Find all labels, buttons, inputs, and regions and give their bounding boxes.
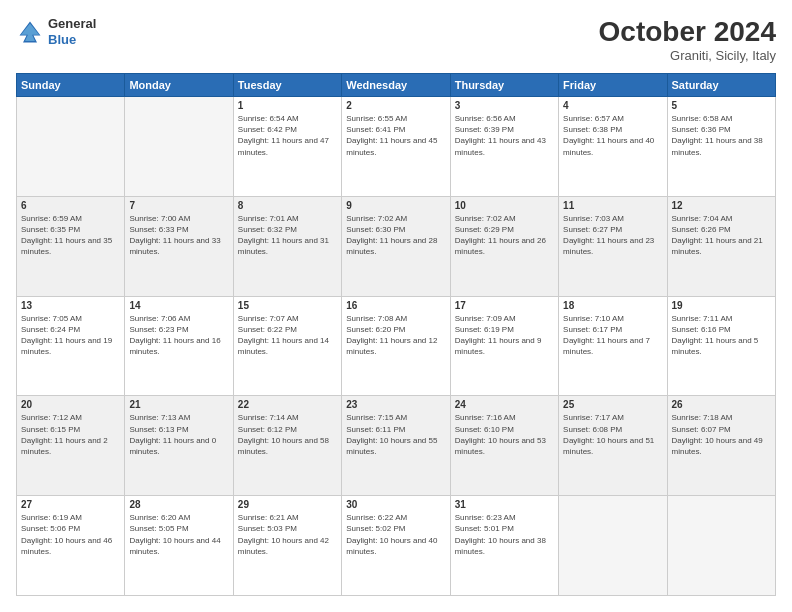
day-number: 26 (672, 399, 771, 410)
col-monday: Monday (125, 74, 233, 97)
title-block: October 2024 Graniti, Sicily, Italy (599, 16, 776, 63)
daylight-text: Daylight: 11 hours and 43 minutes. (455, 135, 554, 157)
calendar-week-row: 20 Sunrise: 7:12 AM Sunset: 6:15 PM Dayl… (17, 396, 776, 496)
daylight-text: Daylight: 11 hours and 35 minutes. (21, 235, 120, 257)
sunset-text: Sunset: 6:23 PM (129, 324, 228, 335)
sunset-text: Sunset: 6:13 PM (129, 424, 228, 435)
day-number: 16 (346, 300, 445, 311)
day-info: Sunrise: 6:58 AM Sunset: 6:36 PM Dayligh… (672, 113, 771, 158)
sunset-text: Sunset: 5:05 PM (129, 523, 228, 534)
day-info: Sunrise: 6:59 AM Sunset: 6:35 PM Dayligh… (21, 213, 120, 258)
day-number: 9 (346, 200, 445, 211)
daylight-text: Daylight: 11 hours and 21 minutes. (672, 235, 771, 257)
sunset-text: Sunset: 6:32 PM (238, 224, 337, 235)
col-wednesday: Wednesday (342, 74, 450, 97)
daylight-text: Daylight: 11 hours and 23 minutes. (563, 235, 662, 257)
day-info: Sunrise: 7:18 AM Sunset: 6:07 PM Dayligh… (672, 412, 771, 457)
day-info: Sunrise: 7:10 AM Sunset: 6:17 PM Dayligh… (563, 313, 662, 358)
daylight-text: Daylight: 11 hours and 26 minutes. (455, 235, 554, 257)
sunrise-text: Sunrise: 7:02 AM (346, 213, 445, 224)
sunset-text: Sunset: 6:42 PM (238, 124, 337, 135)
day-info: Sunrise: 7:12 AM Sunset: 6:15 PM Dayligh… (21, 412, 120, 457)
day-info: Sunrise: 7:03 AM Sunset: 6:27 PM Dayligh… (563, 213, 662, 258)
table-row: 24 Sunrise: 7:16 AM Sunset: 6:10 PM Dayl… (450, 396, 558, 496)
sunrise-text: Sunrise: 7:09 AM (455, 313, 554, 324)
daylight-text: Daylight: 11 hours and 45 minutes. (346, 135, 445, 157)
sunrise-text: Sunrise: 6:55 AM (346, 113, 445, 124)
logo-general: General (48, 16, 96, 32)
calendar-week-row: 13 Sunrise: 7:05 AM Sunset: 6:24 PM Dayl… (17, 296, 776, 396)
calendar-table: Sunday Monday Tuesday Wednesday Thursday… (16, 73, 776, 596)
table-row: 9 Sunrise: 7:02 AM Sunset: 6:30 PM Dayli… (342, 196, 450, 296)
sunrise-text: Sunrise: 6:57 AM (563, 113, 662, 124)
table-row: 17 Sunrise: 7:09 AM Sunset: 6:19 PM Dayl… (450, 296, 558, 396)
table-row (125, 97, 233, 197)
day-info: Sunrise: 7:09 AM Sunset: 6:19 PM Dayligh… (455, 313, 554, 358)
sunset-text: Sunset: 5:02 PM (346, 523, 445, 534)
table-row: 23 Sunrise: 7:15 AM Sunset: 6:11 PM Dayl… (342, 396, 450, 496)
sunset-text: Sunset: 6:36 PM (672, 124, 771, 135)
sunrise-text: Sunrise: 6:59 AM (21, 213, 120, 224)
table-row: 29 Sunrise: 6:21 AM Sunset: 5:03 PM Dayl… (233, 496, 341, 596)
logo-icon (16, 18, 44, 46)
table-row: 15 Sunrise: 7:07 AM Sunset: 6:22 PM Dayl… (233, 296, 341, 396)
sunset-text: Sunset: 6:15 PM (21, 424, 120, 435)
sunrise-text: Sunrise: 6:54 AM (238, 113, 337, 124)
page: General Blue October 2024 Graniti, Sicil… (0, 0, 792, 612)
sunset-text: Sunset: 6:24 PM (21, 324, 120, 335)
sunrise-text: Sunrise: 6:56 AM (455, 113, 554, 124)
day-info: Sunrise: 6:23 AM Sunset: 5:01 PM Dayligh… (455, 512, 554, 557)
table-row: 8 Sunrise: 7:01 AM Sunset: 6:32 PM Dayli… (233, 196, 341, 296)
sunset-text: Sunset: 6:12 PM (238, 424, 337, 435)
daylight-text: Daylight: 11 hours and 7 minutes. (563, 335, 662, 357)
sunrise-text: Sunrise: 6:19 AM (21, 512, 120, 523)
table-row (559, 496, 667, 596)
daylight-text: Daylight: 11 hours and 47 minutes. (238, 135, 337, 157)
day-number: 5 (672, 100, 771, 111)
day-number: 25 (563, 399, 662, 410)
day-number: 21 (129, 399, 228, 410)
day-number: 4 (563, 100, 662, 111)
daylight-text: Daylight: 10 hours and 42 minutes. (238, 535, 337, 557)
table-row: 6 Sunrise: 6:59 AM Sunset: 6:35 PM Dayli… (17, 196, 125, 296)
col-thursday: Thursday (450, 74, 558, 97)
sunrise-text: Sunrise: 6:23 AM (455, 512, 554, 523)
sunset-text: Sunset: 6:11 PM (346, 424, 445, 435)
daylight-text: Daylight: 10 hours and 49 minutes. (672, 435, 771, 457)
table-row: 21 Sunrise: 7:13 AM Sunset: 6:13 PM Dayl… (125, 396, 233, 496)
table-row: 5 Sunrise: 6:58 AM Sunset: 6:36 PM Dayli… (667, 97, 775, 197)
table-row: 19 Sunrise: 7:11 AM Sunset: 6:16 PM Dayl… (667, 296, 775, 396)
day-info: Sunrise: 7:06 AM Sunset: 6:23 PM Dayligh… (129, 313, 228, 358)
sunset-text: Sunset: 6:29 PM (455, 224, 554, 235)
table-row: 27 Sunrise: 6:19 AM Sunset: 5:06 PM Dayl… (17, 496, 125, 596)
sunset-text: Sunset: 6:17 PM (563, 324, 662, 335)
sunrise-text: Sunrise: 7:00 AM (129, 213, 228, 224)
daylight-text: Daylight: 11 hours and 12 minutes. (346, 335, 445, 357)
day-number: 23 (346, 399, 445, 410)
sunrise-text: Sunrise: 6:58 AM (672, 113, 771, 124)
logo-blue: Blue (48, 32, 96, 48)
daylight-text: Daylight: 11 hours and 0 minutes. (129, 435, 228, 457)
sunset-text: Sunset: 5:06 PM (21, 523, 120, 534)
day-number: 20 (21, 399, 120, 410)
sunrise-text: Sunrise: 7:16 AM (455, 412, 554, 423)
day-number: 6 (21, 200, 120, 211)
sunset-text: Sunset: 6:41 PM (346, 124, 445, 135)
daylight-text: Daylight: 10 hours and 51 minutes. (563, 435, 662, 457)
day-number: 30 (346, 499, 445, 510)
day-number: 7 (129, 200, 228, 211)
daylight-text: Daylight: 10 hours and 44 minutes. (129, 535, 228, 557)
sunset-text: Sunset: 6:26 PM (672, 224, 771, 235)
sunrise-text: Sunrise: 7:14 AM (238, 412, 337, 423)
table-row: 10 Sunrise: 7:02 AM Sunset: 6:29 PM Dayl… (450, 196, 558, 296)
daylight-text: Daylight: 11 hours and 19 minutes. (21, 335, 120, 357)
day-number: 13 (21, 300, 120, 311)
day-number: 12 (672, 200, 771, 211)
daylight-text: Daylight: 11 hours and 33 minutes. (129, 235, 228, 257)
day-number: 2 (346, 100, 445, 111)
daylight-text: Daylight: 11 hours and 40 minutes. (563, 135, 662, 157)
day-info: Sunrise: 6:19 AM Sunset: 5:06 PM Dayligh… (21, 512, 120, 557)
col-sunday: Sunday (17, 74, 125, 97)
table-row: 3 Sunrise: 6:56 AM Sunset: 6:39 PM Dayli… (450, 97, 558, 197)
sunset-text: Sunset: 6:38 PM (563, 124, 662, 135)
